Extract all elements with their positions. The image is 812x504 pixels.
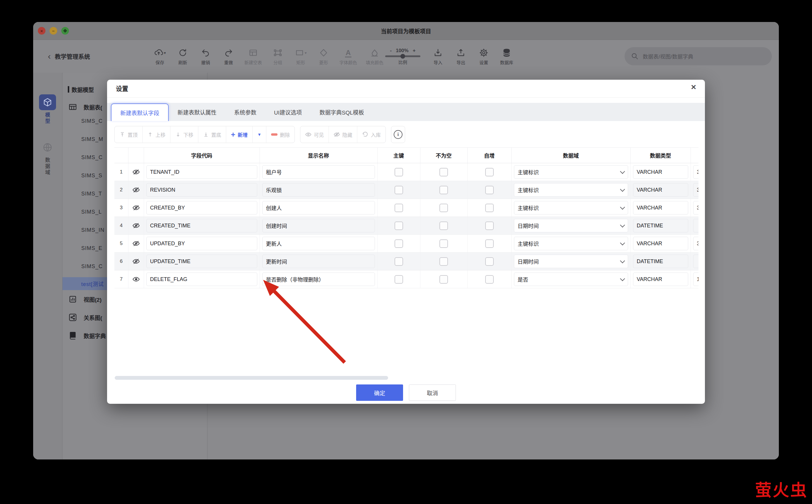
data-domain-select[interactable]: 日期时间: [514, 219, 628, 232]
dialog-tab[interactable]: 新建表默认字段: [111, 103, 169, 121]
visible-button[interactable]: 可见: [300, 126, 329, 143]
not-null-checkbox[interactable]: [439, 168, 448, 176]
eye-off-icon[interactable]: [128, 163, 144, 181]
refresh-button[interactable]: 刷新: [176, 47, 190, 65]
rail-label-domain[interactable]: 数据域: [33, 157, 62, 176]
data-domain-select[interactable]: 是否: [514, 273, 628, 286]
display-name-input[interactable]: 创建人: [262, 201, 375, 214]
display-name-input[interactable]: 更新人: [262, 237, 375, 250]
length-input[interactable]: 3: [693, 165, 699, 179]
rail-item-model[interactable]: [39, 94, 56, 110]
eye-off-icon[interactable]: [128, 199, 144, 217]
eye-off-icon[interactable]: [128, 235, 144, 253]
data-type-box[interactable]: DATETIME: [633, 219, 688, 232]
data-domain-select[interactable]: 主键标识: [514, 165, 628, 179]
data-domain-select[interactable]: 主键标识: [514, 183, 628, 197]
group-button[interactable]: 分组: [271, 47, 285, 65]
primary-key-checkbox[interactable]: [395, 168, 403, 176]
add-field-dropdown[interactable]: ▼: [252, 126, 266, 143]
add-field-button[interactable]: + 新增: [226, 126, 252, 143]
zoom-out-button[interactable]: -: [390, 48, 392, 54]
cloud-upload-button[interactable]: ▾ 保存: [153, 47, 167, 65]
export-button[interactable]: 导出: [454, 47, 468, 65]
data-type-box[interactable]: VARCHAR: [633, 201, 688, 214]
diamond-button[interactable]: 菱形: [317, 47, 331, 65]
primary-key-checkbox[interactable]: [395, 186, 403, 194]
font-color-button[interactable]: A 字体颜色: [339, 47, 357, 65]
auto-increment-checkbox[interactable]: [485, 239, 494, 248]
not-null-checkbox[interactable]: [439, 204, 448, 212]
display-name-input[interactable]: 更新时间: [262, 255, 375, 268]
auto-increment-checkbox[interactable]: [485, 204, 494, 212]
rail-label-model[interactable]: 模型: [33, 112, 62, 124]
length-input[interactable]: 3: [693, 201, 699, 214]
zoom-in-button[interactable]: +: [413, 48, 416, 54]
field-code-input[interactable]: DELETE_FLAG: [146, 273, 257, 286]
field-code-input[interactable]: CREATED_TIME: [146, 219, 257, 232]
cancel-button[interactable]: 取消: [409, 384, 456, 401]
data-type-box[interactable]: VARCHAR: [633, 183, 688, 197]
rectangle-button[interactable]: ▾ 矩形: [294, 47, 308, 65]
primary-key-checkbox[interactable]: [395, 275, 403, 284]
zoom-slider-knob[interactable]: [400, 54, 405, 59]
auto-increment-checkbox[interactable]: [485, 222, 494, 230]
data-type-box[interactable]: VARCHAR: [633, 237, 688, 250]
search-input[interactable]: 数据表/视图/数据字典: [625, 47, 772, 65]
auto-increment-checkbox[interactable]: [485, 257, 494, 266]
auto-increment-checkbox[interactable]: [485, 275, 494, 284]
primary-key-checkbox[interactable]: [395, 239, 403, 248]
length-input[interactable]: 3: [693, 237, 699, 250]
pin-top-button[interactable]: 置顶: [115, 126, 142, 143]
length-input[interactable]: 1: [693, 273, 699, 286]
data-type-box[interactable]: VARCHAR: [633, 273, 688, 286]
field-code-input[interactable]: CREATED_BY: [146, 201, 257, 214]
fill-color-button[interactable]: 填充颜色: [366, 47, 383, 65]
data-type-box[interactable]: DATETIME: [633, 255, 688, 268]
horizontal-scrollbar[interactable]: [115, 376, 388, 380]
display-name-input[interactable]: 创建时间: [262, 219, 375, 232]
not-null-checkbox[interactable]: [439, 222, 448, 230]
hide-button[interactable]: 隐藏: [329, 126, 357, 143]
primary-key-checkbox[interactable]: [395, 222, 403, 230]
data-type-box[interactable]: VARCHAR: [633, 165, 688, 179]
dialog-close-icon[interactable]: ×: [691, 82, 696, 92]
display-name-input[interactable]: 是否删除（非物理删除）: [262, 273, 375, 286]
dialog-tab[interactable]: 数据字典SQL模板: [311, 103, 373, 121]
ok-button[interactable]: 确定: [356, 384, 403, 401]
field-code-input[interactable]: UPDATED_TIME: [146, 255, 257, 268]
eye-off-icon[interactable]: [128, 181, 144, 199]
dialog-tab[interactable]: UI建议选项: [265, 103, 311, 121]
data-domain-select[interactable]: 日期时间: [514, 255, 628, 268]
length-input[interactable]: [693, 219, 699, 232]
primary-key-checkbox[interactable]: [395, 204, 403, 212]
display-name-input[interactable]: 租户号: [262, 165, 375, 179]
project-back[interactable]: ‹ 教学管理系统: [48, 52, 142, 61]
delete-field-button[interactable]: 删除: [266, 126, 295, 143]
redo-button[interactable]: 重做: [222, 47, 236, 65]
length-input[interactable]: [693, 255, 699, 268]
eye-off-icon[interactable]: [128, 253, 144, 270]
info-button[interactable]: i: [391, 126, 405, 143]
field-code-input[interactable]: REVISION: [146, 183, 257, 197]
move-up-button[interactable]: 上移: [142, 126, 170, 143]
eye-icon[interactable]: [128, 270, 144, 288]
import-button[interactable]: 导入: [431, 47, 445, 65]
eye-off-icon[interactable]: [128, 217, 144, 235]
pin-bottom-button[interactable]: 置底: [198, 126, 226, 143]
rail-item-domain[interactable]: [39, 139, 56, 155]
not-null-checkbox[interactable]: [439, 186, 448, 194]
display-name-input[interactable]: 乐观锁: [262, 183, 375, 197]
primary-key-checkbox[interactable]: [395, 257, 403, 266]
database-button[interactable]: 数据库: [500, 47, 514, 65]
gear-button[interactable]: 设置: [477, 47, 491, 65]
new-table-button[interactable]: 新建空表: [244, 47, 262, 65]
store-button[interactable]: 入库: [357, 126, 385, 143]
move-down-button[interactable]: 下移: [170, 126, 198, 143]
dialog-tab[interactable]: 新建表默认属性: [169, 103, 225, 121]
not-null-checkbox[interactable]: [439, 257, 448, 266]
zoom-slider[interactable]: [385, 55, 420, 57]
data-domain-select[interactable]: 主键标识: [514, 201, 628, 214]
auto-increment-checkbox[interactable]: [485, 186, 494, 194]
length-input[interactable]: 3: [693, 183, 699, 197]
dialog-tab[interactable]: 系统参数: [225, 103, 265, 121]
